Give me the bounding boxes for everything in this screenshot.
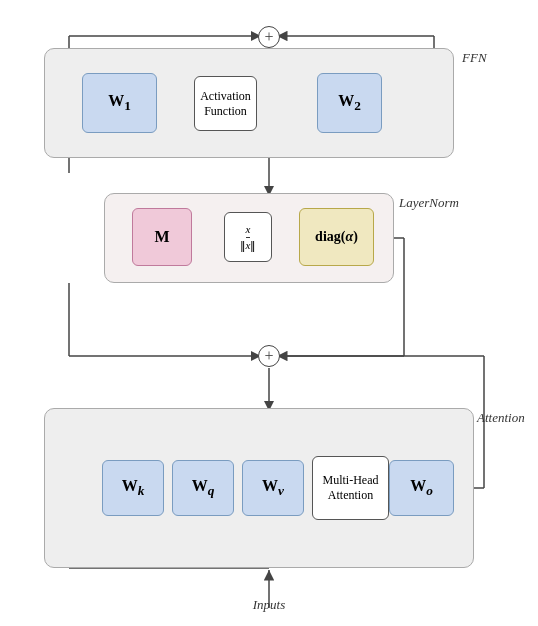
frac-den: ‖x‖	[240, 238, 257, 251]
wo-box: Wo	[389, 460, 454, 516]
m-label: M	[154, 228, 169, 246]
w1-label: W1	[108, 92, 131, 114]
plus-symbol-mid: +	[264, 347, 273, 365]
circle-plus-mid: +	[258, 345, 280, 367]
ln-label: LayerNorm	[399, 195, 459, 211]
w2-label: W2	[338, 92, 361, 114]
wv-label: Wv	[262, 477, 284, 499]
circle-plus-top: +	[258, 26, 280, 48]
multihead-box: Multi-HeadAttention	[312, 456, 389, 520]
architecture-diagram: FFN + W1 ActivationFunction W2 LayerNorm…	[14, 8, 524, 618]
frac-num: x	[246, 223, 251, 237]
wv-box: Wv	[242, 460, 304, 516]
wk-box: Wk	[102, 460, 164, 516]
wk-label: Wk	[122, 477, 145, 499]
attention-label: Attention	[477, 410, 525, 426]
multihead-label: Multi-HeadAttention	[323, 473, 379, 503]
wq-box: Wq	[172, 460, 234, 516]
activation-box: ActivationFunction	[194, 76, 257, 131]
norm-box: x ‖x‖	[224, 212, 272, 262]
w2-box: W2	[317, 73, 382, 133]
inputs-label: Inputs	[253, 597, 286, 613]
w1-box: W1	[82, 73, 157, 133]
diag-alpha-label: diag(α)	[315, 229, 358, 245]
diag-alpha-box: diag(α)	[299, 208, 374, 266]
m-box: M	[132, 208, 192, 266]
wq-label: Wq	[192, 477, 215, 499]
activation-label: ActivationFunction	[200, 89, 251, 119]
wo-label: Wo	[410, 477, 433, 499]
ffn-label: FFN	[462, 50, 487, 66]
norm-fraction: x ‖x‖	[240, 223, 257, 250]
plus-symbol-top: +	[264, 28, 273, 46]
